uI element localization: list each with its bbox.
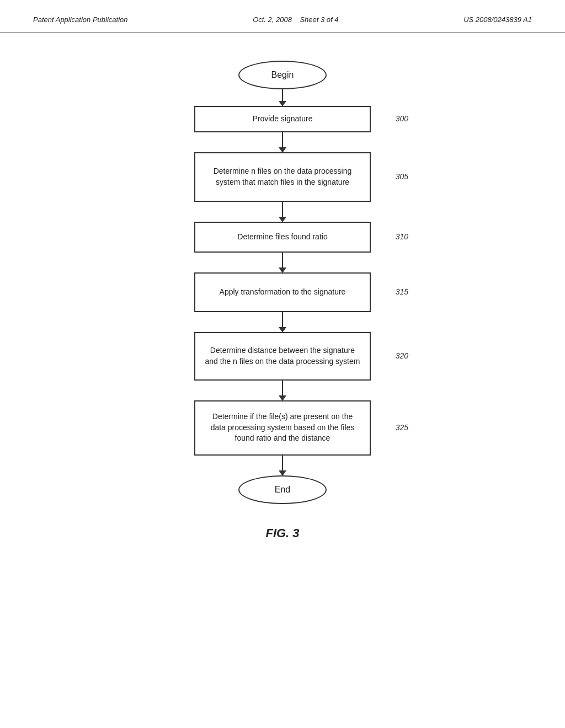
end-label: End [275,485,290,495]
step-310-text: Determine files found ratio [237,232,327,243]
step-310-box: Determine files found ratio 310 [194,222,371,253]
connector-6 [282,381,283,400]
step-320-box: Determine distance between the signature… [194,332,371,381]
step-300-label: 300 [396,114,408,125]
step-320-label: 320 [396,351,408,362]
step-310-label: 310 [396,232,408,243]
connector-5 [282,312,283,332]
step-325-text: Determine if the file(s) are present on … [204,411,361,444]
header-date: Oct. 2, 2008 Sheet 3 of 4 [253,15,338,24]
connector-3 [282,202,283,222]
figure-label: FIG. 3 [265,526,299,540]
step-325-label: 325 [396,422,408,433]
header-sheet-text: Sheet 3 of 4 [300,15,338,24]
page: Patent Application Publication Oct. 2, 2… [0,0,565,728]
step-300-box: Provide signature 300 [194,106,371,132]
begin-oval: Begin [238,61,327,89]
end-oval: End [238,475,327,504]
connector-2 [282,132,283,152]
connector-1 [282,89,283,106]
step-325-box: Determine if the file(s) are present on … [194,400,371,456]
header-date-text: Oct. 2, 2008 [253,15,292,24]
step-300-text: Provide signature [253,114,313,125]
connector-7 [282,456,283,475]
header-left: Patent Application Publication [33,15,128,24]
header: Patent Application Publication Oct. 2, 2… [0,0,565,33]
header-right: US 2008/0243839 A1 [463,15,532,24]
connector-4 [282,253,283,272]
step-315-box: Apply transformation to the signature 31… [194,272,371,312]
step-305-label: 305 [396,172,408,183]
step-315-label: 315 [396,287,408,298]
figure-caption: FIG. 3 [265,526,299,540]
flow-container: Begin Provide signature 300 Determine n … [167,61,398,504]
step-305-text: Determine n files on the data processing… [204,166,361,188]
begin-label: Begin [271,70,294,80]
step-320-text: Determine distance between the signature… [204,345,361,367]
step-315-text: Apply transformation to the signature [220,287,346,298]
step-305-box: Determine n files on the data processing… [194,152,371,202]
diagram-area: Begin Provide signature 300 Determine n … [0,33,565,540]
